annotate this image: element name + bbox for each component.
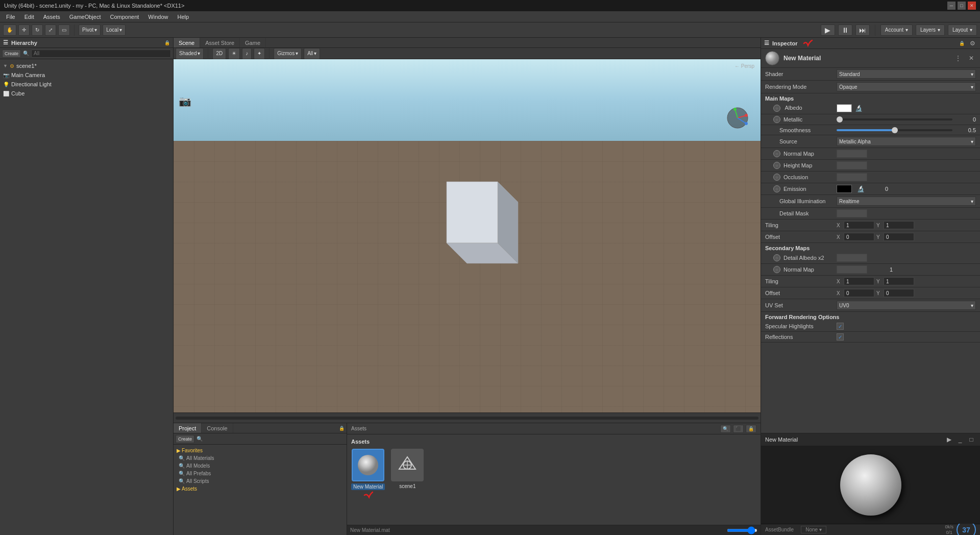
- preview-expand-btn[interactable]: □: [967, 435, 976, 444]
- project-create-button[interactable]: Create: [176, 435, 194, 443]
- metallic-slider-thumb[interactable]: [837, 116, 843, 123]
- shading-dropdown[interactable]: Shaded ▾: [176, 48, 204, 59]
- menu-window[interactable]: Window: [144, 13, 172, 21]
- secondary-normal-box[interactable]: [837, 265, 867, 274]
- assets-filter-btn[interactable]: 🔍: [720, 425, 731, 433]
- height-map-circle-btn[interactable]: ○: [773, 162, 780, 169]
- pause-button[interactable]: ⏸: [838, 25, 852, 36]
- hierarchy-item-light[interactable]: 💡 Directional Light: [0, 80, 173, 89]
- menu-assets[interactable]: Assets: [39, 13, 64, 21]
- uv-set-dropdown[interactable]: UV0 ▾: [837, 301, 976, 310]
- preview-minimize-btn[interactable]: _: [955, 435, 965, 444]
- play-button[interactable]: ▶: [821, 25, 835, 36]
- pivot-button[interactable]: Pivot ▾: [79, 25, 101, 36]
- detail-mask-box[interactable]: [837, 209, 867, 217]
- menu-gameobject[interactable]: GameObject: [65, 13, 105, 21]
- asset-bundle-dropdown[interactable]: None ▾: [801, 526, 826, 533]
- layers-dropdown[interactable]: Layers ▾: [916, 25, 945, 36]
- assets-collapse-btn[interactable]: ⬛: [733, 425, 744, 433]
- hierarchy-search-input[interactable]: [31, 50, 171, 58]
- menu-file[interactable]: File: [2, 13, 19, 21]
- preview-play-btn[interactable]: ▶: [944, 435, 953, 444]
- menu-help[interactable]: Help: [173, 13, 193, 21]
- secondary-normal-circle-btn[interactable]: ○: [773, 266, 780, 273]
- audio-button[interactable]: ♪: [242, 48, 252, 59]
- hierarchy-item-camera[interactable]: 📷 Main Camera: [0, 70, 173, 80]
- tab-console[interactable]: Console: [202, 423, 233, 433]
- step-button[interactable]: ⏭: [855, 25, 870, 36]
- emission-eyedropper-btn[interactable]: 🔬: [856, 185, 866, 192]
- hierarchy-item-scene[interactable]: ▼ ⚙ scene1*: [0, 61, 173, 70]
- material-name-input[interactable]: [783, 55, 949, 62]
- asset-new-material[interactable]: New Material: [351, 449, 385, 500]
- layout-dropdown[interactable]: Layout ▾: [948, 25, 977, 36]
- scene-gizmo[interactable]: [725, 105, 750, 131]
- fav-all-models[interactable]: 🔍 All Models: [177, 462, 344, 470]
- offset-y-input[interactable]: [884, 233, 914, 241]
- material-menu-btn[interactable]: ⋮: [953, 54, 963, 63]
- secondary-tiling-y-input[interactable]: [884, 277, 914, 285]
- tab-scene[interactable]: Scene: [174, 38, 200, 47]
- transform-move-button[interactable]: ✛: [18, 25, 30, 36]
- emission-color-swatch[interactable]: [837, 185, 852, 193]
- metallic-circle-btn[interactable]: ○: [773, 116, 780, 123]
- close-button[interactable]: ✕: [968, 2, 976, 10]
- secondary-offset-y-input[interactable]: [884, 289, 914, 297]
- effects-button[interactable]: ✦: [254, 48, 265, 59]
- gizmos-all-button[interactable]: All ▾: [304, 48, 320, 59]
- transform-hand-button[interactable]: ✋: [3, 25, 16, 36]
- secondary-offset-x-input[interactable]: [844, 289, 874, 297]
- menu-edit[interactable]: Edit: [20, 13, 38, 21]
- transform-scale-button[interactable]: ⤢: [45, 25, 56, 36]
- tab-game[interactable]: Game: [240, 38, 266, 47]
- tab-project[interactable]: Project: [174, 423, 202, 433]
- menu-component[interactable]: Component: [106, 13, 143, 21]
- global-illum-dropdown[interactable]: Realtime ▾: [837, 197, 976, 206]
- normal-map-box[interactable]: [837, 150, 867, 158]
- local-button[interactable]: Local ▾: [103, 25, 126, 36]
- source-dropdown[interactable]: Metallic Alpha ▾: [837, 137, 976, 146]
- albedo-circle-btn[interactable]: ○: [773, 105, 780, 112]
- smoothness-slider-thumb[interactable]: [892, 127, 898, 133]
- 2d-button[interactable]: 2D: [212, 48, 226, 59]
- reflections-checkbox[interactable]: ✓: [837, 333, 844, 341]
- tiling-y-input[interactable]: [884, 221, 914, 229]
- normal-map-circle-btn[interactable]: ○: [773, 150, 780, 157]
- project-zoom-slider[interactable]: [727, 529, 757, 532]
- metallic-label: ○ Metallic: [765, 116, 837, 123]
- shader-dropdown[interactable]: Standard ▾: [837, 69, 976, 79]
- secondary-offset-label: Offset: [765, 290, 837, 296]
- gizmos-button[interactable]: Gizmos ▾: [274, 48, 302, 59]
- tab-asset-store[interactable]: Asset Store: [200, 38, 240, 47]
- albedo-eyedropper-btn[interactable]: 🔬: [854, 105, 864, 112]
- asset-scene1[interactable]: scene1: [391, 449, 424, 489]
- transform-rect-button[interactable]: ▭: [58, 25, 70, 36]
- inspector-settings-btn[interactable]: ⚙: [968, 39, 977, 48]
- offset-x-input[interactable]: [844, 233, 874, 241]
- hierarchy-item-cube[interactable]: ⬜ Cube: [0, 89, 173, 98]
- scene-view[interactable]: ← Persp: [174, 59, 761, 412]
- detail-albedo-circle-btn[interactable]: ○: [773, 254, 780, 261]
- tiling-x-input[interactable]: [844, 221, 874, 229]
- maximize-button[interactable]: □: [958, 2, 966, 10]
- material-close-btn[interactable]: ✕: [967, 54, 976, 63]
- scene-scrollbar-h[interactable]: [176, 417, 758, 420]
- height-map-box[interactable]: [837, 161, 867, 169]
- account-dropdown[interactable]: Account ▾: [880, 25, 913, 36]
- transform-rotate-button[interactable]: ↻: [32, 25, 43, 36]
- fav-all-prefabs[interactable]: 🔍 All Prefabs: [177, 470, 344, 477]
- assets-lock-btn[interactable]: 🔒: [746, 425, 756, 433]
- detail-albedo-box[interactable]: [837, 254, 867, 262]
- emission-circle-btn[interactable]: ○: [773, 185, 780, 192]
- albedo-color-swatch[interactable]: [837, 104, 852, 112]
- secondary-tiling-x-input[interactable]: [844, 277, 874, 285]
- occlusion-circle-btn[interactable]: ○: [773, 174, 780, 181]
- occlusion-map-box[interactable]: [837, 173, 867, 181]
- fav-all-scripts[interactable]: 🔍 All Scripts: [177, 477, 344, 485]
- rendering-mode-dropdown[interactable]: Opaque ▾: [837, 82, 976, 91]
- lighting-button[interactable]: ☀: [228, 48, 240, 59]
- specular-checkbox[interactable]: ✓: [837, 323, 844, 330]
- hierarchy-create-button[interactable]: Create: [2, 50, 21, 58]
- minimize-button[interactable]: ─: [947, 2, 955, 10]
- fav-all-materials[interactable]: 🔍 All Materials: [177, 454, 344, 462]
